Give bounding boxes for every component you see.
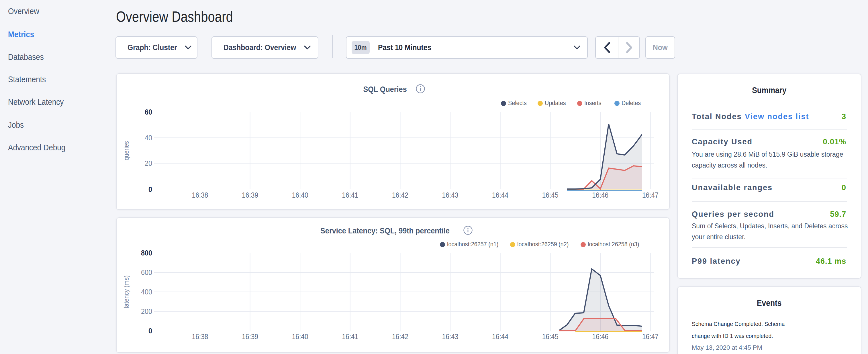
svg-text:16:45: 16:45	[542, 191, 559, 199]
svg-text:16:44: 16:44	[492, 191, 508, 199]
svg-text:16:43: 16:43	[442, 332, 459, 341]
svg-text:16:41: 16:41	[342, 332, 358, 341]
svg-text:800: 800	[141, 249, 152, 257]
svg-text:0: 0	[149, 185, 152, 194]
svg-text:600: 600	[141, 268, 152, 277]
svg-text:16:42: 16:42	[392, 332, 408, 341]
svg-text:60: 60	[145, 108, 152, 116]
svg-text:200: 200	[141, 307, 152, 316]
svg-text:16:41: 16:41	[342, 191, 358, 199]
svg-text:16:46: 16:46	[592, 332, 608, 341]
svg-text:16:47: 16:47	[642, 332, 658, 341]
svg-text:16:39: 16:39	[242, 191, 258, 199]
svg-text:16:43: 16:43	[442, 191, 459, 199]
svg-text:20: 20	[145, 159, 152, 167]
svg-text:16:38: 16:38	[192, 191, 208, 199]
svg-text:16:47: 16:47	[642, 191, 658, 199]
svg-text:0: 0	[149, 326, 152, 335]
svg-text:16:44: 16:44	[492, 332, 508, 341]
svg-text:16:38: 16:38	[192, 332, 208, 341]
svg-text:queries: queries	[122, 141, 130, 160]
svg-text:16:46: 16:46	[592, 191, 608, 199]
svg-text:16:39: 16:39	[242, 332, 258, 341]
svg-text:16:42: 16:42	[392, 191, 408, 199]
svg-text:16:40: 16:40	[292, 191, 308, 199]
svg-text:400: 400	[141, 288, 152, 296]
svg-text:latency (ms): latency (ms)	[122, 276, 130, 309]
svg-text:16:40: 16:40	[292, 332, 308, 341]
svg-text:40: 40	[145, 133, 152, 142]
svg-text:16:45: 16:45	[542, 332, 559, 341]
